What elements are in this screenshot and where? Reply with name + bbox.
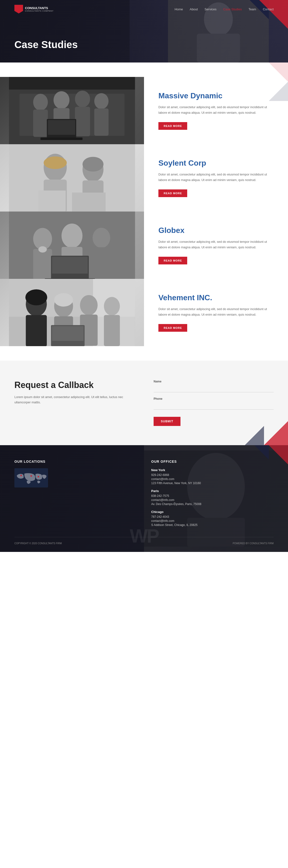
logo-subtitle: CONSULTANTS COMPANY	[25, 10, 53, 12]
case-description: Dolor sit amet, consectetur adipiscing e…	[158, 307, 274, 317]
case-description: Dolor sit amet, consectetur adipiscing e…	[158, 239, 274, 250]
office-email-paris: contact@info.com	[151, 498, 274, 502]
deco-red	[269, 62, 288, 82]
svg-rect-25	[72, 192, 106, 212]
case-title: Massive Dynamic	[158, 91, 274, 100]
navigation: CONSULTANTS CONSULTANTS COMPANY Home Abo…	[0, 0, 288, 18]
callback-deco-navy	[245, 426, 264, 445]
name-label: Name	[154, 380, 274, 383]
svg-rect-6	[33, 110, 48, 137]
svg-point-9	[75, 91, 90, 107]
copyright: COPYRIGHT © 2020 CONSULTANTS FIRM	[14, 542, 62, 545]
footer-locations-title: Our Locations	[14, 460, 137, 463]
world-map	[14, 468, 48, 488]
office-city-paris: Paris	[151, 489, 274, 493]
office-address-chicago: S Addison Street, Chicago, IL 20825	[151, 523, 274, 527]
read-more-button[interactable]: READ MORE	[158, 122, 187, 130]
svg-point-11	[94, 93, 109, 109]
footer-nav-triangle	[254, 445, 269, 460]
case-content-globex: Globex Dolor sit amet, consectetur adipi…	[144, 212, 288, 279]
case-content-massive-dynamic: Massive Dynamic Dolor sit amet, consecte…	[144, 77, 288, 144]
submit-button[interactable]: SUBMIT	[154, 417, 180, 426]
case-description: Dolor sit amet, consectetur adipiscing e…	[158, 172, 274, 182]
nav-case-studies[interactable]: Case Studies	[223, 7, 242, 11]
svg-rect-30	[33, 249, 52, 279]
svg-point-24	[44, 156, 67, 169]
svg-rect-14	[48, 120, 75, 134]
case-image-soylent-corp	[0, 144, 144, 212]
office-phone-new-york: 929-242-6868	[151, 473, 274, 477]
svg-point-58	[21, 475, 22, 476]
svg-point-7	[53, 91, 70, 109]
svg-point-31	[62, 223, 82, 248]
phone-input[interactable]	[154, 402, 274, 410]
case-title: Soylent Corp	[158, 159, 274, 167]
case-item: Globex Dolor sit amet, consectetur adipi…	[0, 212, 288, 279]
svg-point-59	[31, 475, 32, 477]
svg-point-5	[33, 94, 48, 111]
case-item: Soylent Corp Dolor sit amet, consectetur…	[0, 144, 288, 212]
nav-contact[interactable]: Contact	[263, 7, 274, 11]
powered-by: POWERED BY CONSULTANTS FIRM	[232, 542, 274, 545]
callback-deco-red	[264, 421, 288, 445]
svg-rect-53	[52, 326, 83, 341]
case-content-soylent-corp: Soylent Corp Dolor sit amet, consectetur…	[144, 144, 288, 212]
svg-rect-15	[41, 137, 82, 140]
nav-links: Home About Services Case Studies Team Co…	[175, 7, 274, 11]
nav-services[interactable]: Services	[205, 7, 216, 11]
logo[interactable]: CONSULTANTS CONSULTANTS COMPANY	[14, 5, 53, 13]
svg-rect-51	[104, 315, 120, 346]
name-field-group: Name	[154, 380, 274, 392]
page-title: Case Studies	[14, 39, 78, 51]
office-address-new-york: 123 Fifth Avenue, New York, NY 10160	[151, 482, 274, 485]
svg-rect-2	[197, 34, 240, 62]
svg-point-47	[54, 293, 73, 307]
read-more-button[interactable]: READ MORE	[158, 189, 187, 197]
case-title: Globex	[158, 226, 274, 235]
case-item: Massive Dynamic Dolor sit amet, consecte…	[0, 77, 288, 144]
office-email-new-york: contact@info.com	[151, 477, 274, 481]
footer: Our Locations Our Of	[0, 445, 288, 552]
nav-home[interactable]: Home	[175, 7, 183, 11]
svg-rect-37	[52, 257, 88, 274]
phone-field-group: Phone	[154, 397, 274, 410]
callback-title: Request a Callback	[14, 380, 134, 390]
svg-rect-43	[26, 315, 47, 346]
svg-point-23	[82, 157, 104, 172]
case-image-globex	[0, 212, 144, 279]
callback-left-col: Request a Callback Lorem ipsum dolor sit…	[14, 380, 134, 405]
case-image-vehement	[0, 279, 144, 346]
office-address-paris: Av. Des Champs-Élysées, Paris, 75008	[151, 502, 274, 506]
case-studies-section: Massive Dynamic Dolor sit amet, consecte…	[0, 62, 288, 361]
office-phone-paris: 838-242-7575	[151, 494, 274, 498]
office-city-new-york: New York	[151, 468, 274, 472]
svg-rect-26	[38, 191, 66, 212]
callback-right-col: Name Phone SUBMIT	[154, 380, 274, 426]
name-input[interactable]	[154, 384, 274, 392]
nav-team[interactable]: Team	[248, 7, 256, 11]
logo-text: CONSULTANTS	[25, 6, 53, 10]
svg-point-33	[93, 228, 110, 248]
footer-bottom: COPYRIGHT © 2020 CONSULTANTS FIRM POWERE…	[14, 537, 274, 545]
read-more-button[interactable]: READ MORE	[158, 257, 187, 265]
deco-navy	[269, 82, 288, 101]
footer-locations-col: Our Locations	[14, 460, 137, 527]
footer-offices-col: Our Offices New York 929-242-6868 contac…	[151, 460, 274, 527]
nav-about[interactable]: About	[190, 7, 198, 11]
read-more-button[interactable]: READ MORE	[158, 324, 187, 332]
svg-point-50	[104, 297, 120, 315]
footer-content: Our Locations Our Of	[14, 460, 274, 527]
case-description: Dolor sit amet, consectetur adipiscing e…	[158, 104, 274, 115]
svg-point-60	[38, 476, 39, 477]
callback-section: Request a Callback Lorem ipsum dolor sit…	[0, 361, 288, 445]
svg-rect-16	[9, 77, 135, 90]
callback-description: Lorem ipsum dolor sit amet, consectetur …	[14, 395, 134, 405]
logo-icon	[14, 5, 23, 13]
svg-point-48	[80, 295, 98, 315]
phone-label: Phone	[154, 397, 274, 400]
office-email-chicago: contact@info.com	[151, 519, 274, 523]
footer-offices-title: Our Offices	[151, 460, 274, 463]
case-title: Vehement INC.	[158, 293, 274, 302]
svg-rect-12	[94, 108, 109, 136]
case-item: Vehement INC. Dolor sit amet, consectetu…	[0, 279, 288, 346]
